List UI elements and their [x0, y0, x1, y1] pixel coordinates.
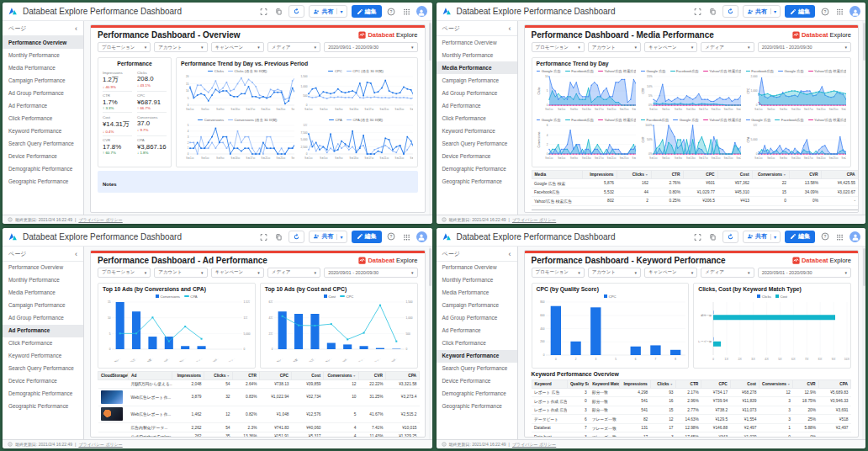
- sidebar-item-demographic-performance[interactable]: Demographic Performance: [437, 162, 517, 175]
- filter-dropdown-1[interactable]: アカウント▾: [154, 42, 207, 52]
- sidebar-item-ad-performance[interactable]: Ad Performance: [437, 99, 517, 112]
- collapse-sidebar-icon[interactable]: ‹: [75, 252, 77, 257]
- sidebar-item-geographic-performance[interactable]: Geographic Performance: [437, 401, 517, 413]
- chevron-down-icon[interactable]: ▾: [770, 8, 776, 14]
- sidebar-item-device-performance[interactable]: Device Performance: [3, 375, 83, 388]
- apps-button[interactable]: [401, 6, 412, 17]
- filter-dropdown-3[interactable]: メディア▾: [267, 42, 320, 52]
- filter-dropdown-0[interactable]: プロモーション▾: [532, 268, 585, 278]
- fullscreen-button[interactable]: [258, 231, 269, 242]
- sort-icon[interactable]: ▼: [226, 374, 230, 378]
- sidebar-item-device-performance[interactable]: Device Performance: [437, 375, 517, 388]
- filter-dropdown-0[interactable]: プロモーション▾: [532, 42, 585, 52]
- chevron-down-icon[interactable]: ▾: [336, 8, 342, 14]
- sidebar-item-campaign-performance[interactable]: Campaign Performance: [3, 300, 83, 312]
- refresh-button[interactable]: [722, 231, 738, 243]
- sidebar-item-ad-group-performance[interactable]: Ad Group Performance: [437, 87, 517, 99]
- collapse-sidebar-icon[interactable]: ‹: [509, 26, 511, 31]
- apps-button[interactable]: [834, 231, 845, 242]
- edit-button[interactable]: 編集: [785, 231, 815, 243]
- privacy-policy-link[interactable]: プライバシー ポリシー: [512, 217, 556, 222]
- sidebar-item-search-query-performance[interactable]: Search Query Performance: [437, 137, 517, 150]
- copy-button[interactable]: [273, 231, 284, 242]
- fullscreen-button[interactable]: [258, 6, 269, 17]
- filter-dropdown-0[interactable]: プロモーション▾: [98, 268, 151, 278]
- sidebar-item-demographic-performance[interactable]: Demographic Performance: [3, 162, 83, 175]
- sidebar-item-keyword-performance[interactable]: Keyword Performance: [3, 350, 83, 363]
- avatar[interactable]: [416, 6, 427, 17]
- column-header[interactable]: Clicks▼: [617, 171, 651, 179]
- scrollbar-thumb[interactable]: [429, 23, 431, 61]
- sidebar-item-campaign-performance[interactable]: Campaign Performance: [437, 74, 517, 87]
- copy-button[interactable]: [273, 6, 284, 17]
- avatar[interactable]: [849, 231, 860, 242]
- sort-icon[interactable]: ▼: [783, 173, 786, 177]
- sidebar-item-device-performance[interactable]: Device Performance: [437, 150, 517, 162]
- sidebar-item-demographic-performance[interactable]: Demographic Performance: [3, 388, 83, 401]
- apps-button[interactable]: [401, 231, 412, 242]
- refresh-button[interactable]: [288, 231, 304, 243]
- filter-dropdown-0[interactable]: プロモーション▾: [98, 42, 151, 52]
- avatar[interactable]: [416, 231, 427, 242]
- sidebar-item-ad-performance[interactable]: Ad Performance: [3, 325, 83, 337]
- sidebar-item-keyword-performance[interactable]: Keyword Performance: [437, 350, 517, 363]
- filter-dropdown-3[interactable]: メディア▾: [701, 268, 754, 278]
- sidebar-item-search-query-performance[interactable]: Search Query Performance: [3, 363, 83, 375]
- date-range-picker[interactable]: 2020/09/01 - 2020/09/30▾: [324, 268, 417, 278]
- help-button[interactable]: ?: [386, 231, 397, 242]
- filter-dropdown-1[interactable]: アカウント▾: [154, 268, 207, 278]
- sidebar-item-geographic-performance[interactable]: Geographic Performance: [3, 175, 83, 188]
- privacy-policy-link[interactable]: プライバシー ポリシー: [78, 217, 122, 222]
- copy-button[interactable]: [707, 231, 718, 242]
- sidebar-item-media-performance[interactable]: Media Performance: [3, 61, 83, 74]
- sidebar-item-click-performance[interactable]: Click Performance: [437, 337, 517, 350]
- sidebar-item-media-performance[interactable]: Media Performance: [437, 61, 517, 74]
- column-header[interactable]: Clicks▼: [204, 371, 233, 379]
- share-button[interactable]: 共有▾: [309, 5, 347, 18]
- sidebar-item-geographic-performance[interactable]: Geographic Performance: [437, 175, 517, 188]
- column-header[interactable]: Conversions▼: [759, 379, 792, 388]
- share-button[interactable]: 共有▾: [309, 231, 347, 243]
- sidebar-item-keyword-performance[interactable]: Keyword Performance: [3, 125, 83, 137]
- help-button[interactable]: ?: [819, 6, 830, 17]
- sidebar-item-geographic-performance[interactable]: Geographic Performance: [3, 401, 83, 413]
- share-button[interactable]: 共有▾: [743, 231, 781, 243]
- sidebar-item-monthly-performance[interactable]: Monthly Performance: [437, 49, 517, 61]
- date-range-picker[interactable]: 2020/09/01 - 2020/09/30▾: [324, 42, 417, 52]
- collapse-sidebar-icon[interactable]: ‹: [75, 26, 77, 31]
- scrollbar-thumb[interactable]: [429, 248, 431, 286]
- sidebar-item-search-query-performance[interactable]: Search Query Performance: [437, 363, 517, 375]
- apps-button[interactable]: [834, 6, 845, 17]
- fullscreen-button[interactable]: [692, 6, 703, 17]
- sidebar-item-click-performance[interactable]: Click Performance: [3, 112, 83, 125]
- filter-dropdown-2[interactable]: キャンペーン▾: [211, 42, 264, 52]
- sidebar-item-campaign-performance[interactable]: Campaign Performance: [3, 74, 83, 87]
- help-button[interactable]: ?: [819, 231, 830, 242]
- sidebar-item-campaign-performance[interactable]: Campaign Performance: [437, 300, 517, 312]
- refresh-button[interactable]: [722, 5, 738, 18]
- sidebar-item-monthly-performance[interactable]: Monthly Performance: [3, 49, 83, 61]
- column-header[interactable]: Conversions▼: [752, 171, 789, 179]
- privacy-policy-link[interactable]: プライバシー ポリシー: [512, 442, 556, 447]
- filter-dropdown-3[interactable]: メディア▾: [701, 42, 754, 52]
- sidebar-item-click-performance[interactable]: Click Performance: [3, 337, 83, 350]
- sidebar-item-performance-overview[interactable]: Performance Overview: [3, 262, 83, 274]
- sidebar-item-media-performance[interactable]: Media Performance: [437, 287, 517, 300]
- filter-dropdown-1[interactable]: アカウント▾: [588, 42, 641, 52]
- filter-dropdown-3[interactable]: メディア▾: [267, 268, 320, 278]
- sidebar-item-performance-overview[interactable]: Performance Overview: [437, 262, 517, 274]
- sidebar-item-ad-group-performance[interactable]: Ad Group Performance: [3, 312, 83, 325]
- date-range-picker[interactable]: 2020/09/01 - 2020/09/30▾: [758, 268, 851, 278]
- sidebar-item-performance-overview[interactable]: Performance Overview: [437, 36, 517, 49]
- sidebar-item-click-performance[interactable]: Click Performance: [437, 112, 517, 125]
- share-button[interactable]: 共有▾: [743, 5, 781, 18]
- edit-button[interactable]: 編集: [785, 5, 815, 18]
- chevron-down-icon[interactable]: ▾: [770, 234, 776, 240]
- filter-dropdown-1[interactable]: アカウント▾: [588, 268, 641, 278]
- sidebar-item-ad-group-performance[interactable]: Ad Group Performance: [437, 312, 517, 325]
- filter-dropdown-2[interactable]: キャンペーン▾: [644, 268, 697, 278]
- privacy-policy-link[interactable]: プライバシー ポリシー: [78, 442, 122, 447]
- column-header[interactable]: Clicks▼: [650, 379, 675, 388]
- sidebar-item-media-performance[interactable]: Media Performance: [3, 287, 83, 300]
- copy-button[interactable]: [707, 6, 718, 17]
